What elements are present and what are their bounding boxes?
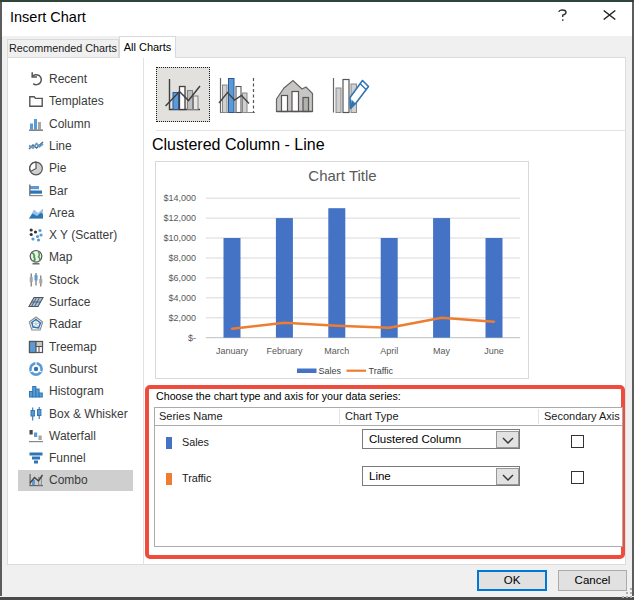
svg-text:$14,000: $14,000 (163, 193, 196, 203)
svg-text:February: February (266, 346, 303, 356)
svg-text:$6,000: $6,000 (168, 273, 196, 283)
svg-text:May: May (433, 346, 451, 356)
svg-text:April: April (380, 346, 398, 356)
svg-text:$8,000: $8,000 (168, 253, 196, 263)
svg-text:$-: $- (187, 333, 195, 343)
svg-text:June: June (484, 346, 504, 356)
svg-text:$4,000: $4,000 (168, 293, 196, 303)
svg-text:$2,000: $2,000 (168, 313, 196, 323)
svg-text:$12,000: $12,000 (163, 213, 196, 223)
svg-text:March: March (324, 346, 349, 356)
svg-text:Traffic: Traffic (368, 366, 393, 376)
svg-text:$10,000: $10,000 (163, 233, 196, 243)
svg-text:Chart Title: Chart Title (308, 167, 376, 184)
svg-text:Sales: Sales (318, 366, 341, 376)
svg-text:January: January (215, 346, 248, 356)
